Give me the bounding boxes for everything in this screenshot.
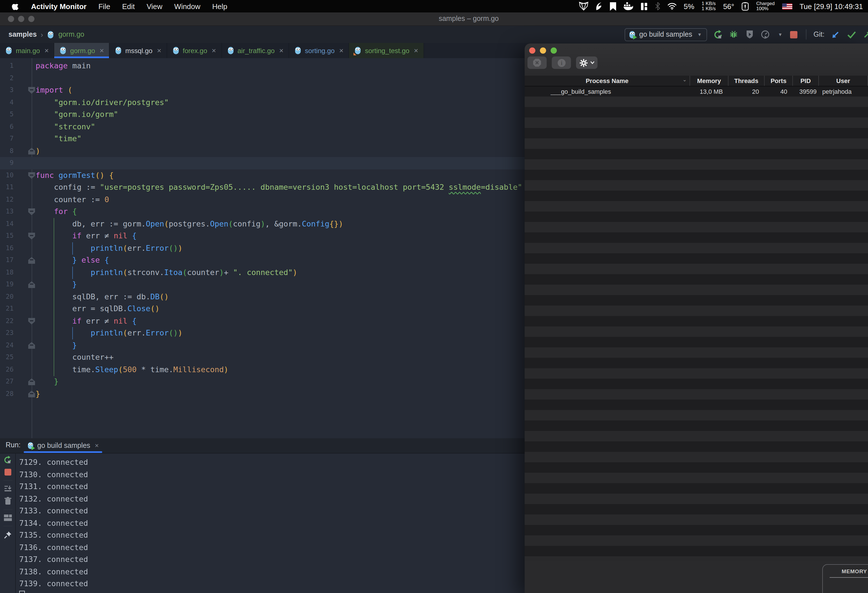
tab-main.go[interactable]: main.go× xyxy=(0,43,55,58)
close-icon[interactable]: × xyxy=(414,46,418,55)
process-row[interactable]: ___go_build_samples13,0 MB204039599petrj… xyxy=(525,86,868,97)
line-number: 4 xyxy=(0,96,13,108)
bluetooth-icon[interactable] xyxy=(655,2,660,10)
editor-line: 7 "time" xyxy=(0,133,525,145)
gopher-file-icon xyxy=(294,46,301,55)
fold-marker[interactable] xyxy=(28,391,35,397)
arc-icon[interactable] xyxy=(595,2,602,10)
clear-output-button[interactable] xyxy=(4,497,11,505)
scroll-to-end-button[interactable] xyxy=(4,485,12,493)
rerun-button[interactable] xyxy=(3,456,12,464)
minimize-window-button[interactable] xyxy=(18,16,24,22)
fold-marker[interactable] xyxy=(28,318,35,325)
fold-marker[interactable] xyxy=(28,378,35,385)
tab-label: air_traffic.go xyxy=(238,47,275,55)
breadcrumb-file[interactable]: gorm.go xyxy=(58,31,84,38)
inspect-process-button[interactable]: i xyxy=(552,56,571,69)
editor-line: 23 println(err.Error()) xyxy=(0,327,525,339)
bookmark-icon[interactable] xyxy=(610,2,616,10)
fold-marker[interactable] xyxy=(28,208,35,215)
git-update-button[interactable] xyxy=(831,30,840,39)
network-speed[interactable]: 1 KB/s1 KB/s xyxy=(702,1,716,11)
ide-title-bar[interactable]: samples – gorm.go xyxy=(0,12,868,26)
column-header-ports[interactable]: Ports xyxy=(765,76,793,86)
fox-icon[interactable] xyxy=(579,2,588,11)
fold-marker[interactable] xyxy=(28,148,35,155)
menu-item-window[interactable]: Window xyxy=(174,2,201,10)
menu-item-file[interactable]: File xyxy=(98,2,110,10)
minimize-window-button[interactable] xyxy=(540,47,546,54)
close-icon[interactable]: × xyxy=(339,46,343,55)
fold-marker[interactable] xyxy=(28,172,35,179)
temperature[interactable]: 56° xyxy=(723,2,734,10)
tab-gorm.go[interactable]: gorm.go× xyxy=(55,43,109,58)
run-with-coverage-button[interactable] xyxy=(745,30,754,39)
stop-button[interactable] xyxy=(789,30,798,39)
column-header-threads[interactable]: Threads xyxy=(729,76,765,86)
close-icon[interactable]: × xyxy=(212,46,216,55)
fold-marker[interactable] xyxy=(28,257,35,264)
actions-menu-button[interactable] xyxy=(576,56,598,69)
activity-monitor-bottom-pane: MEMORY PRESSURE xyxy=(525,561,868,593)
wifi-icon[interactable] xyxy=(667,3,676,10)
column-header-user[interactable]: User xyxy=(819,76,868,86)
fold-marker[interactable] xyxy=(28,87,35,94)
stop-button[interactable] xyxy=(4,469,11,475)
close-window-button[interactable] xyxy=(8,16,14,22)
code-text: println(strconv.Itoa(counter)+ ". connec… xyxy=(35,266,297,279)
tab-mssql.go[interactable]: mssql.go× xyxy=(109,43,167,58)
git-push-button[interactable] xyxy=(862,30,868,39)
close-icon[interactable]: × xyxy=(95,442,99,450)
cpu-percent[interactable]: 5% xyxy=(683,2,694,10)
close-icon[interactable]: × xyxy=(157,46,161,55)
menu-item-edit[interactable]: Edit xyxy=(122,2,135,10)
chevron-right-icon: › xyxy=(41,30,43,39)
fold-marker[interactable] xyxy=(28,342,35,349)
tab-air_traffic.go[interactable]: air_traffic.go× xyxy=(221,43,289,58)
zoom-window-button[interactable] xyxy=(28,16,34,22)
zoom-window-button[interactable] xyxy=(551,47,557,54)
close-icon[interactable]: × xyxy=(279,46,283,55)
code-text: time.Sleep(500 * time.Millisecond) xyxy=(35,363,229,376)
column-header-process-name[interactable]: Process Name⌄ xyxy=(525,76,690,86)
split-columns-icon[interactable] xyxy=(640,3,648,10)
column-header-memory[interactable]: Memory xyxy=(690,76,729,86)
rerun-button[interactable] xyxy=(713,30,723,39)
clock[interactable]: Tue [29.9] 10:49:31 xyxy=(799,2,863,10)
breadcrumb-project[interactable]: samples xyxy=(9,31,37,38)
debug-button[interactable] xyxy=(729,30,738,39)
close-icon[interactable]: × xyxy=(100,46,104,55)
apple-icon[interactable] xyxy=(12,2,19,10)
run-tab[interactable]: go build samples × xyxy=(24,438,102,453)
divider xyxy=(3,509,12,510)
keyboard-layout-flag-icon[interactable] xyxy=(782,3,792,9)
tab-forex.go[interactable]: forex.go× xyxy=(167,43,221,58)
column-header-pid[interactable]: PID xyxy=(793,76,819,86)
menu-app-name[interactable]: Activity Monitor xyxy=(31,2,86,10)
code-text: sqlDB, err := db.DB() xyxy=(35,291,169,303)
docker-icon[interactable] xyxy=(623,2,633,10)
line-number: 8 xyxy=(0,145,13,157)
tab-sorting_test.go[interactable]: sorting_test.go× xyxy=(349,43,424,58)
profiler-button[interactable] xyxy=(760,30,770,39)
code-text: } xyxy=(35,279,77,291)
fold-marker[interactable] xyxy=(28,281,35,288)
pin-tab-button[interactable] xyxy=(4,531,12,539)
menu-item-view[interactable]: View xyxy=(146,2,162,10)
layout-settings-button[interactable] xyxy=(4,515,12,521)
close-icon[interactable]: × xyxy=(44,46,49,55)
quit-process-button[interactable] xyxy=(527,56,547,69)
fold-marker[interactable] xyxy=(28,233,35,239)
profiler-chevron-icon[interactable]: ▼ xyxy=(778,32,782,37)
battery-icon[interactable] xyxy=(741,2,749,10)
tab-sorting.go[interactable]: sorting.go× xyxy=(289,43,349,58)
run-configuration-select[interactable]: go build samples ▼ xyxy=(624,28,707,41)
close-window-button[interactable] xyxy=(529,47,535,54)
activity-monitor-title-bar[interactable]: i xyxy=(525,43,868,76)
gopher-file-icon xyxy=(227,46,234,55)
editor-line: 13 for { xyxy=(0,206,525,218)
battery-status[interactable]: Charged100% xyxy=(756,1,775,11)
gopher-file-icon xyxy=(172,46,179,55)
menu-item-help[interactable]: Help xyxy=(213,2,227,10)
git-commit-button[interactable] xyxy=(847,30,856,39)
